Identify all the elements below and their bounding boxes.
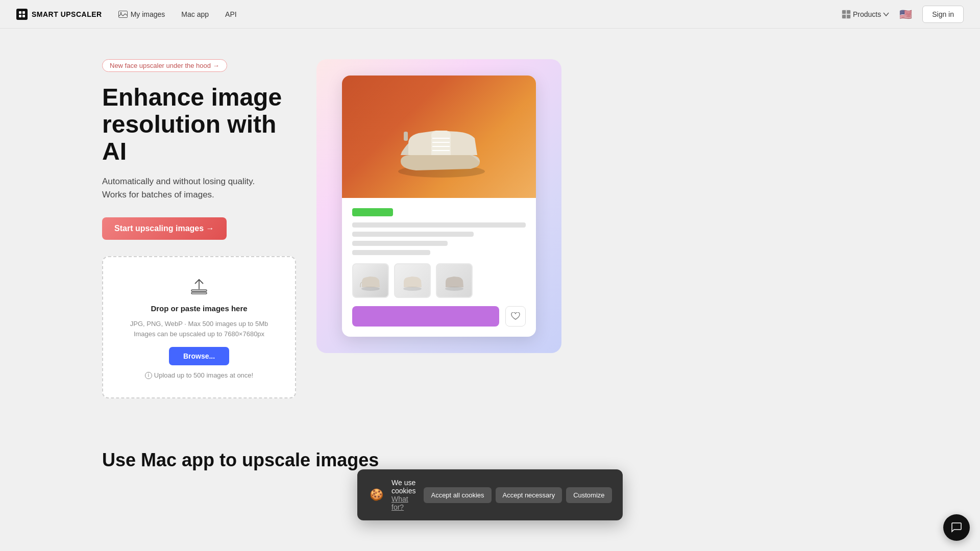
svg-rect-17 <box>404 132 408 141</box>
cookie-what-for-link[interactable]: What for? <box>391 495 408 511</box>
cta-button[interactable]: Start upscaling images → <box>102 217 227 240</box>
upload-note: i Upload up to 500 images at once! <box>145 371 253 379</box>
svg-point-5 <box>120 12 121 14</box>
main-content: New face upscaler under the hood → Enhan… <box>0 29 980 429</box>
my-images-nav-link[interactable]: My images <box>118 10 165 18</box>
svg-rect-8 <box>842 15 846 18</box>
product-main-image <box>342 76 536 198</box>
customize-cookies-button[interactable]: Customize <box>566 487 611 503</box>
cookie-main-text: We use cookies <box>391 479 415 495</box>
upload-subtitle: JPG, PNG, WebP · Max 500 images up to 5M… <box>130 319 268 339</box>
chevron-down-icon <box>883 12 889 16</box>
hero-left: New face upscaler under the hood → Enhan… <box>102 59 296 398</box>
svg-rect-1 <box>22 11 25 14</box>
products-dropdown[interactable]: Products <box>842 10 889 19</box>
hero-title: Enhance image resolution with AI <box>102 84 296 165</box>
thumbnail-1[interactable] <box>352 263 389 298</box>
svg-rect-3 <box>22 15 25 17</box>
shoe-illustration <box>390 95 487 179</box>
info-icon: i <box>145 372 152 379</box>
products-label: Products <box>853 10 881 18</box>
cookie-text: We use cookies What for? <box>391 479 415 511</box>
product-actions <box>352 306 526 327</box>
logo-icon <box>16 9 28 20</box>
product-thumbnails <box>352 263 526 298</box>
accept-necessary-button[interactable]: Accept necessary <box>496 487 562 503</box>
language-flag[interactable]: 🇺🇸 <box>899 8 912 20</box>
products-icon <box>842 10 851 19</box>
thumbnail-3[interactable] <box>436 263 473 298</box>
svg-rect-7 <box>847 10 850 14</box>
mac-app-link[interactable]: Mac app <box>181 10 209 18</box>
product-card <box>342 76 536 337</box>
svg-rect-9 <box>847 15 850 18</box>
my-images-label[interactable]: My images <box>131 10 165 18</box>
product-desc-line-3 <box>352 241 448 246</box>
navbar: SMART UPSCALER My images Mac app API <box>0 0 980 29</box>
svg-point-19 <box>403 287 422 291</box>
chat-button[interactable] <box>943 514 970 541</box>
accept-all-cookies-button[interactable]: Accept all cookies <box>424 487 491 503</box>
svg-point-20 <box>445 287 463 291</box>
cookie-icon: 🍪 <box>370 488 383 502</box>
product-desc-line-2 <box>352 232 474 237</box>
svg-rect-2 <box>19 15 21 17</box>
hero-illustration <box>316 59 561 353</box>
cookie-banner: 🍪 We use cookies What for? Accept all co… <box>357 469 623 520</box>
wishlist-button[interactable] <box>505 306 526 327</box>
nav-right: Products 🇺🇸 Sign in <box>842 6 964 23</box>
badge-text: New face upscaler under the hood → <box>110 62 219 69</box>
thumbnail-2[interactable] <box>394 263 431 298</box>
hero-subtitle: Automatically and without losing quality… <box>102 175 296 201</box>
sign-in-button[interactable]: Sign in <box>922 6 964 23</box>
svg-rect-0 <box>19 11 21 14</box>
product-desc-line-4 <box>352 250 430 255</box>
lower-title: Use Mac app to upscale images <box>102 449 878 471</box>
product-desc-line-1 <box>352 222 526 228</box>
svg-rect-6 <box>842 10 846 14</box>
upload-title: Drop or paste images here <box>151 304 247 313</box>
product-name-placeholder <box>352 208 393 216</box>
nav-left: SMART UPSCALER My images Mac app API <box>16 9 237 20</box>
hero-right <box>316 59 561 353</box>
svg-rect-10 <box>191 290 207 291</box>
svg-point-18 <box>361 287 380 291</box>
logo[interactable]: SMART UPSCALER <box>16 9 102 20</box>
feature-badge[interactable]: New face upscaler under the hood → <box>102 59 227 72</box>
product-info <box>342 198 536 337</box>
logo-text: SMART UPSCALER <box>32 10 102 18</box>
upload-dropzone[interactable]: Drop or paste images here JPG, PNG, WebP… <box>102 256 296 398</box>
svg-rect-11 <box>191 292 207 294</box>
api-link[interactable]: API <box>225 10 237 18</box>
cookie-buttons: Accept all cookies Accept necessary Cust… <box>424 487 611 503</box>
add-to-cart-button[interactable] <box>352 306 499 327</box>
upload-icon <box>189 276 209 298</box>
browse-button[interactable]: Browse... <box>169 347 229 365</box>
